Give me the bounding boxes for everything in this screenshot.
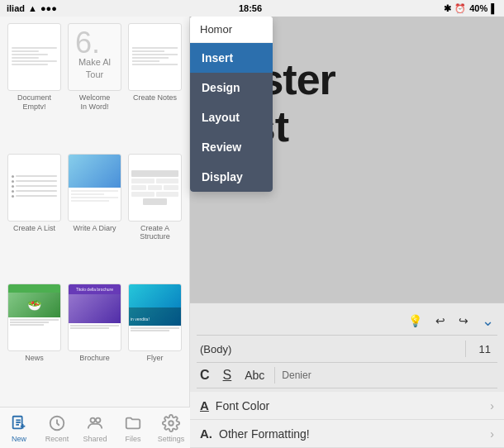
dropdown-header: Homor <box>190 17 273 43</box>
lightbulb-icon[interactable]: 💡 <box>405 312 426 329</box>
dropdown-menu: Homor Insert Design Layout Review Displa… <box>190 17 273 192</box>
tab-new[interactable]: New <box>0 413 38 443</box>
new-icon <box>9 413 29 433</box>
toolbar-area: 💡 ↩ ↪ ⌄ (Body) 11 C S Abc Denier <box>190 303 504 392</box>
alarm-icon: ⏰ <box>454 3 466 14</box>
template-item-create-notes[interactable]: Create Notes <box>127 23 183 149</box>
left-panel: DocumentEmptv! 6. Make AlTour WelcomeIn … <box>0 17 190 448</box>
status-right: ✱ ⏰ 40% ▌ <box>444 3 497 14</box>
main-area: DocumentEmptv! 6. Make AlTour WelcomeIn … <box>0 17 504 448</box>
recent-icon <box>47 413 67 433</box>
toolbar-row2: (Body) 11 <box>197 336 497 363</box>
tab-shared[interactable]: Shared <box>76 413 114 443</box>
tab-recent-label: Recent <box>45 435 69 443</box>
bluetooth-icon: ✱ <box>444 3 451 14</box>
status-bar: iliad ▲ ●●● 18:56 ✱ ⏰ 40% ▌ <box>0 0 504 17</box>
template-item-write-diary[interactable]: Write A Diary <box>67 154 122 279</box>
template-thumb-create-notes <box>128 23 182 91</box>
template-item-brochure[interactable]: Titolo della brochure Brochure <box>67 284 122 400</box>
template-item-create-list[interactable]: Create A List <box>7 154 62 279</box>
settings-icon <box>161 413 181 433</box>
underline-button[interactable]: S <box>220 366 235 384</box>
template-item-flyer[interactable]: in vendita! Flyer <box>127 284 183 400</box>
toolbar-divider <box>465 341 466 357</box>
carrier-label: iliad <box>7 3 25 13</box>
status-left: iliad ▲ ●●● <box>7 3 57 13</box>
toolbar-divider2 <box>274 367 275 384</box>
tab-bar: New Recent <box>0 407 190 448</box>
font-color-icon: A <box>200 398 209 412</box>
dropdown-item-display[interactable]: Display <box>190 162 273 192</box>
template-label-create-structure: Create AStructure <box>140 224 170 242</box>
font-color-chevron: › <box>490 399 494 412</box>
template-label-create-list: Create A List <box>13 224 55 233</box>
svg-point-9 <box>169 421 174 426</box>
font-color-label: Font Color <box>216 399 490 412</box>
template-thumb-make-ai-tour: 6. Make AlTour <box>68 23 121 91</box>
template-item-create-structure[interactable]: Create AStructure <box>127 154 183 279</box>
svg-point-7 <box>91 417 96 422</box>
template-thumb-document-empty <box>7 23 61 91</box>
other-formatting-chevron: › <box>490 427 494 441</box>
denier-label: Denier <box>282 369 311 381</box>
files-icon <box>123 413 143 433</box>
bold-button[interactable]: C <box>197 366 213 384</box>
make-ai-label: Make AlTour <box>69 56 121 80</box>
template-label-news: News <box>25 354 44 363</box>
font-size-display[interactable]: 11 <box>473 341 497 357</box>
right-panel: PosterTest Homor Insert Design Layout Re… <box>190 17 504 448</box>
toolbar-row1: 💡 ↩ ↪ ⌄ <box>197 307 497 336</box>
tab-files-label: Files <box>125 435 140 443</box>
toolbar-row3: C S Abc Denier <box>197 363 497 388</box>
shared-icon <box>85 413 105 433</box>
svg-point-8 <box>96 417 101 422</box>
dropdown-item-insert[interactable]: Insert <box>190 43 273 73</box>
battery-icon: ▌ <box>491 3 497 13</box>
template-label-create-notes: Create Notes <box>133 93 177 102</box>
other-formatting-row[interactable]: A. Other Formatting! › <box>190 420 504 448</box>
template-label-flyer: Flyer <box>147 354 164 363</box>
battery-label: 40% <box>469 3 487 13</box>
template-label-brochure: Brochure <box>79 354 110 363</box>
other-formatting-icon: A. <box>200 427 212 441</box>
tab-recent[interactable]: Recent <box>38 413 76 443</box>
redo-button[interactable]: ↪ <box>455 312 472 329</box>
template-thumb-flyer: in vendita! <box>128 284 182 351</box>
font-color-row[interactable]: A Font Color › <box>190 392 504 420</box>
wifi-icon: ▲ <box>28 3 37 13</box>
chevron-down-icon[interactable]: ⌄ <box>478 310 497 331</box>
signal-icon: ●●● <box>40 3 57 13</box>
undo-button[interactable]: ↩ <box>432 312 449 329</box>
template-thumb-create-structure <box>128 154 182 222</box>
doc-area: PosterTest Homor Insert Design Layout Re… <box>190 17 504 303</box>
tab-settings[interactable]: Settings <box>152 413 190 443</box>
template-item-make-ai-tour[interactable]: 6. Make AlTour WelcomeIn Word! <box>67 23 122 149</box>
template-item-news[interactable]: 🥗 News <box>7 284 62 400</box>
template-label-write-diary: Write A Diary <box>74 224 116 233</box>
time-display: 18:56 <box>239 3 262 13</box>
template-item-document-empty[interactable]: DocumentEmptv! <box>7 23 62 149</box>
dropdown-overlay: Homor Insert Design Layout Review Displa… <box>190 17 273 192</box>
template-thumb-brochure: Titolo della brochure <box>68 284 121 351</box>
abc-button[interactable]: Abc <box>241 367 268 384</box>
dropdown-item-design[interactable]: Design <box>190 73 273 102</box>
template-grid: DocumentEmptv! 6. Make AlTour WelcomeIn … <box>0 17 189 407</box>
tab-settings-label: Settings <box>158 435 185 443</box>
template-label-make-ai-tour: WelcomeIn Word! <box>79 93 110 112</box>
font-name-display[interactable]: (Body) <box>197 341 459 357</box>
dropdown-item-review[interactable]: Review <box>190 132 273 162</box>
template-thumb-news: 🥗 <box>7 284 61 351</box>
template-thumb-write-diary <box>68 154 121 222</box>
template-thumb-create-list <box>7 154 61 222</box>
template-label-document-empty: DocumentEmptv! <box>17 93 51 112</box>
dropdown-item-layout[interactable]: Layout <box>190 102 273 132</box>
big-number: 6. <box>75 26 100 60</box>
other-formatting-label: Other Formatting! <box>219 427 490 441</box>
tab-shared-label: Shared <box>83 435 107 443</box>
tab-files[interactable]: Files <box>114 413 152 443</box>
tab-new-label: New <box>12 435 26 443</box>
